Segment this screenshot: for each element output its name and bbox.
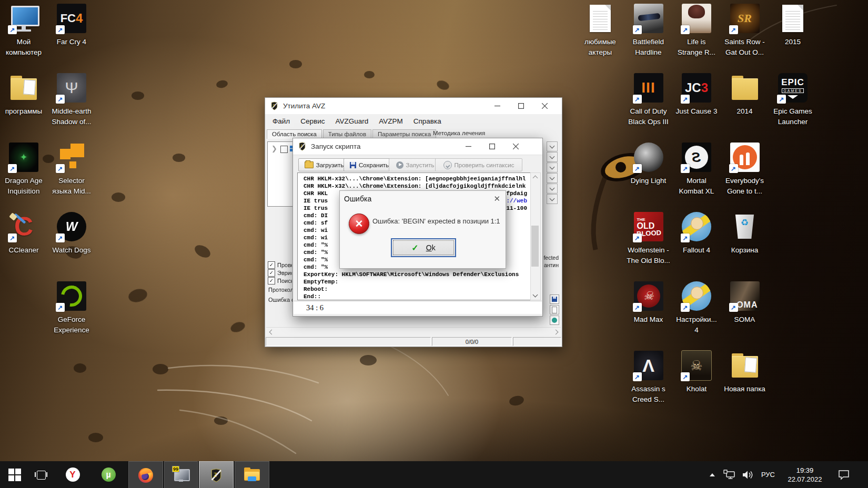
toolbar-button-open[interactable]: Загрузить [298,158,350,171]
desktop-icon-kholat[interactable]: ☠↗Kholat [673,349,720,394]
shortcut-arrow-icon: ↗ [8,25,17,34]
script-titlebar[interactable]: Z Запуск скрипта [293,138,542,155]
avz-close-button[interactable] [533,98,557,114]
desktop-icon-wolfenstein[interactable]: THEOLDBLOOD↗Wolfenstein -The Old Blo... [625,210,672,266]
desktop-icon-saints-row[interactable]: SR↗Saints Row -Gat Out O... [721,2,769,58]
desktop-icon-mad-max[interactable]: ☠↗Mad Max [625,280,672,325]
desktop-icon-recycle-bin[interactable]: ♻Корзина [721,210,769,256]
desktop-icon-life-is-strange[interactable]: ↗Life isStrange R... [673,2,720,58]
desktop-icon-watch-dogs[interactable]: W↗Watch Dogs [48,210,95,256]
taskbar-item-explorer[interactable] [235,461,269,488]
checkbox-checked-icon[interactable]: ✓ [268,261,275,269]
desktop-icon-geforce[interactable]: ↗GeForceExperience [48,280,95,336]
option-checkbox-row[interactable]: ✓Эврис [268,269,292,277]
desktop-icon-fav-actors[interactable]: любимыеактеры [577,2,624,58]
script-vertical-scrollbar[interactable] [530,172,541,300]
checkbox-checked-icon[interactable]: ✓ [268,277,275,284]
desktop-icon-far-cry-4[interactable]: FC4↗Far Cry 4 [48,2,95,47]
tray-language-indicator[interactable]: РУС [758,461,779,488]
icon-label-line: Just Cause 3 [676,106,718,117]
desktop-icon-middle-earth[interactable]: Ψ↗Middle-earthShadow of... [48,72,95,127]
script-maximize-button[interactable] [480,138,504,155]
combo-dropdown-arrow-icon[interactable] [547,184,558,194]
menu-item-avzpm[interactable]: AVZPM [374,117,408,125]
desktop-icon-selector[interactable]: ↗Selectorязыка Mid... [48,141,95,197]
desktop-icon-ccleaner[interactable]: C↗CCleaner [0,210,47,256]
desktop-icon-dragon-age[interactable]: ✦↗Dragon AgeInquisition [0,141,47,197]
desktop-icon-assassins-creed[interactable]: Λ↗Assassin sCreed S... [625,349,672,405]
scroll-left-arrow-icon[interactable] [266,328,275,337]
checkbox-checked-icon[interactable]: ✓ [268,269,275,277]
avz-minimize-button[interactable] [486,98,509,114]
menu-item-сервис[interactable]: Сервис [295,117,330,125]
option-checkbox-row[interactable]: ✓Поиск [268,277,292,284]
icon-label-line: Корзина [731,245,758,256]
desktop-icon-epic-games[interactable]: EPICGAMES↗Epic GamesLauncher [769,72,816,127]
tray-hidden-icons-button[interactable] [706,461,719,488]
tray-clock[interactable]: 19:39 22.07.2022 [780,461,830,488]
tree-checkbox[interactable] [280,146,288,153]
tray-volume-icon[interactable] [739,461,756,488]
combo-dropdown-arrow-icon[interactable] [547,141,558,151]
treatment-group-label: Методика лечения [433,130,485,136]
icon-image: C↗ [7,210,40,243]
desktop-icon-cod-black-ops-3[interactable]: III↗Call of DutyBlack Ops III [625,72,672,127]
combo-dropdown-arrow-icon[interactable] [547,152,558,162]
icon-image [7,72,40,104]
desktop-icon-just-cause-3[interactable]: JC3↗Just Cause 3 [673,72,720,117]
script-close-button[interactable] [504,138,528,155]
menu-item-avzguard[interactable]: AVZGuard [330,117,374,125]
tray-network-icon[interactable] [721,461,739,488]
folder-icon [730,75,760,101]
icon-image: ☠↗ [632,280,665,312]
utorrent-icon: µ [102,467,116,482]
desktop-icon-my-computer[interactable]: ↗Мойкомпьютер [0,2,47,58]
taskbar-item-monitor99[interactable]: 99 [164,461,198,488]
desktop-icon-folder-2014[interactable]: 2014 [721,72,769,117]
script-line-text: cmd: "% [304,242,328,248]
action-center-button[interactable] [833,461,854,488]
desktop-icon-new-folder[interactable]: Новая папка [721,349,769,394]
toolbar-button-save[interactable]: Сохранить [344,158,395,171]
toolbar-button-syntax[interactable]: Проверить синтаксис [435,158,522,171]
avz-horizontal-scrollbar[interactable] [266,327,561,337]
task-view-button[interactable] [32,461,51,488]
scroll-up-arrow-icon[interactable] [531,173,539,181]
tree-expander-icon[interactable]: ❯ [271,145,277,152]
avz-titlebar[interactable]: Z Утилита AVZ [265,98,562,114]
desktop-icon-fallout-4[interactable]: ↗Fallout 4 [673,210,720,256]
icon-label-line: компьютер [6,47,42,58]
avz-maximize-button[interactable] [509,98,533,114]
quarantine-mini-icon[interactable] [550,316,559,325]
ok-button[interactable]: ✓ Ok [391,238,456,257]
scroll-down-arrow-icon[interactable] [531,291,539,300]
menu-item-файл[interactable]: Файл [267,117,295,125]
scrollbar-thumb[interactable] [531,226,539,267]
desktop-icon-doc-2015[interactable]: 2015 [769,2,816,47]
desktop-icon-soma[interactable]: OMA↗SOMA [721,280,769,325]
desktop-icon-battlefield-hardline[interactable]: ↗BattlefieldHardline [625,2,672,58]
combo-dropdown-arrow-icon[interactable] [547,194,558,204]
menu-item-справка[interactable]: Справка [408,117,447,125]
scroll-right-arrow-icon[interactable] [552,328,561,337]
shortcut-arrow-icon: ↗ [633,25,642,34]
combo-dropdown-arrow-icon[interactable] [547,162,558,172]
document-mini-icon[interactable] [550,305,559,314]
desktop-icon-nastroyki-4[interactable]: ↗Настройки...4 [673,280,720,336]
desktop-icon-programs[interactable]: программы [0,72,47,117]
desktop-icon-dying-light[interactable]: ↗Dying Light [625,141,672,186]
combo-dropdown-arrow-icon[interactable] [547,173,558,183]
desktop-icon-mortal-kombat[interactable]: S↗MortalKombat XL [673,141,720,197]
desktop-icon-everybodys-gone[interactable]: ↗Everybody'sGone to t... [721,141,769,197]
option-checkbox-row[interactable]: ✓Прове [268,261,292,269]
error-dialog-close-icon[interactable]: ✕ [493,194,500,204]
avz-menu-bar: ФайлСервисAVZGuardAVZPMСправка [265,114,562,128]
taskbar-item-firefox[interactable] [128,461,163,488]
taskbar-item-utorrent[interactable]: µ [99,461,118,488]
start-button[interactable] [4,461,25,488]
toolbar-button-play[interactable]: Запустить [389,158,441,171]
taskbar-item-yandex[interactable]: Y [63,461,82,488]
save-mini-icon[interactable] [550,294,559,304]
script-minimize-button[interactable] [457,138,480,155]
taskbar-item-avz[interactable]: Z [199,461,234,488]
